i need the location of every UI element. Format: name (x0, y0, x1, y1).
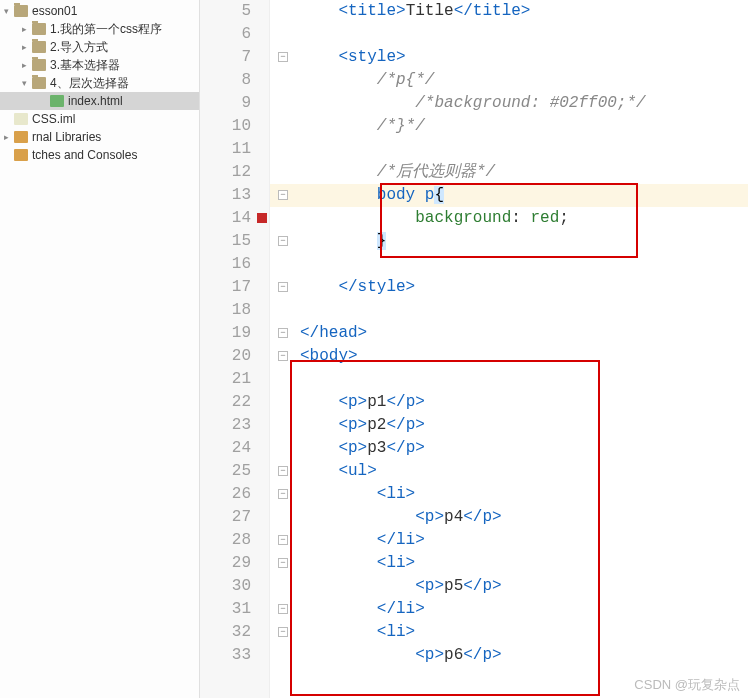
line-number[interactable]: 22 (200, 391, 251, 414)
code-line-8[interactable]: /*p{*/ (270, 69, 748, 92)
line-number[interactable]: 32 (200, 621, 251, 644)
folder-icon (32, 77, 46, 89)
line-number[interactable]: 33 (200, 644, 251, 667)
line-number[interactable]: 7 (200, 46, 251, 69)
line-number[interactable]: 8 (200, 69, 251, 92)
line-number[interactable]: 24 (200, 437, 251, 460)
line-number[interactable]: 25 (200, 460, 251, 483)
code-editor[interactable]: 5678910111213141516171819202122232425262… (200, 0, 748, 698)
fold-icon[interactable]: − (278, 489, 288, 499)
tree-item-3[interactable]: ▸3.基本选择器 (0, 56, 199, 74)
code-line-29[interactable]: − <li> (270, 552, 748, 575)
code-line-26[interactable]: − <li> (270, 483, 748, 506)
code-line-9[interactable]: /*background: #02ff00;*/ (270, 92, 748, 115)
code-area[interactable]: <title>Title</title> − <style> /*p{*/ /*… (270, 0, 748, 698)
code-line-15[interactable]: − } (270, 230, 748, 253)
code-line-23[interactable]: <p>p2</p> (270, 414, 748, 437)
fold-icon[interactable]: − (278, 558, 288, 568)
line-number[interactable]: 13 (200, 184, 251, 207)
tree-item-8[interactable]: tches and Consoles (0, 146, 199, 164)
line-number[interactable]: 26 (200, 483, 251, 506)
fold-icon[interactable]: − (278, 236, 288, 246)
tree-arrow-icon[interactable]: ▾ (22, 78, 32, 88)
fold-icon[interactable]: − (278, 282, 288, 292)
code-line-13[interactable]: − body p{ (270, 184, 748, 207)
fold-icon[interactable]: − (278, 627, 288, 637)
fold-icon[interactable]: − (278, 535, 288, 545)
tree-item-0[interactable]: ▾esson01 (0, 2, 199, 20)
fold-icon[interactable]: − (278, 52, 288, 62)
tree-arrow-icon[interactable]: ▸ (22, 42, 32, 52)
code-line-19[interactable]: −</head> (270, 322, 748, 345)
tree-item-5[interactable]: index.html (0, 92, 199, 110)
code-line-12[interactable]: /*后代选则器*/ (270, 161, 748, 184)
tree-item-4[interactable]: ▾4、层次选择器 (0, 74, 199, 92)
code-line-25[interactable]: − <ul> (270, 460, 748, 483)
code-line-11[interactable] (270, 138, 748, 161)
folder-icon (14, 5, 28, 17)
line-number[interactable]: 21 (200, 368, 251, 391)
tree-item-label: tches and Consoles (32, 148, 137, 162)
tree-item-label: index.html (68, 94, 123, 108)
code-line-10[interactable]: /*}*/ (270, 115, 748, 138)
folder-icon (32, 41, 46, 53)
tree-arrow-icon[interactable]: ▸ (22, 60, 32, 70)
line-number[interactable]: 28 (200, 529, 251, 552)
code-line-30[interactable]: <p>p5</p> (270, 575, 748, 598)
code-line-22[interactable]: <p>p1</p> (270, 391, 748, 414)
fold-icon[interactable]: − (278, 466, 288, 476)
line-number[interactable]: 31 (200, 598, 251, 621)
line-number[interactable]: 14 (200, 207, 251, 230)
line-number[interactable]: 27 (200, 506, 251, 529)
code-line-16[interactable] (270, 253, 748, 276)
line-number[interactable]: 10 (200, 115, 251, 138)
line-number[interactable]: 11 (200, 138, 251, 161)
code-line-14[interactable]: background: red; (270, 207, 748, 230)
line-number[interactable]: 15 (200, 230, 251, 253)
folder-icon (32, 23, 46, 35)
code-line-33[interactable]: <p>p6</p> (270, 644, 748, 667)
line-number[interactable]: 29 (200, 552, 251, 575)
tree-item-label: 2.导入方式 (50, 39, 108, 56)
project-tree[interactable]: ▾esson01▸1.我的第一个css程序▸2.导入方式▸3.基本选择器▾4、层… (0, 0, 200, 698)
tree-arrow-icon[interactable]: ▸ (4, 132, 14, 142)
code-line-6[interactable] (270, 23, 748, 46)
tree-item-7[interactable]: ▸rnal Libraries (0, 128, 199, 146)
tree-item-label: rnal Libraries (32, 130, 101, 144)
line-number[interactable]: 19 (200, 322, 251, 345)
breakpoint-icon[interactable] (257, 213, 267, 223)
fold-icon[interactable]: − (278, 604, 288, 614)
line-number[interactable]: 17 (200, 276, 251, 299)
line-number[interactable]: 30 (200, 575, 251, 598)
code-line-28[interactable]: − </li> (270, 529, 748, 552)
code-line-5[interactable]: <title>Title</title> (270, 0, 748, 23)
code-line-31[interactable]: − </li> (270, 598, 748, 621)
fold-icon[interactable]: − (278, 328, 288, 338)
line-number[interactable]: 20 (200, 345, 251, 368)
line-number[interactable]: 9 (200, 92, 251, 115)
line-number[interactable]: 16 (200, 253, 251, 276)
code-line-32[interactable]: − <li> (270, 621, 748, 644)
code-line-20[interactable]: −<body> (270, 345, 748, 368)
code-line-21[interactable] (270, 368, 748, 391)
code-line-24[interactable]: <p>p3</p> (270, 437, 748, 460)
line-number[interactable]: 12 (200, 161, 251, 184)
code-line-17[interactable]: − </style> (270, 276, 748, 299)
line-number[interactable]: 6 (200, 23, 251, 46)
fold-icon[interactable]: − (278, 351, 288, 361)
tree-item-2[interactable]: ▸2.导入方式 (0, 38, 199, 56)
watermark: CSDN @玩复杂点 (634, 676, 740, 694)
line-number[interactable]: 23 (200, 414, 251, 437)
fold-icon[interactable]: − (278, 190, 288, 200)
line-number[interactable]: 5 (200, 0, 251, 23)
code-line-18[interactable] (270, 299, 748, 322)
tree-item-6[interactable]: CSS.iml (0, 110, 199, 128)
code-line-27[interactable]: <p>p4</p> (270, 506, 748, 529)
tree-item-1[interactable]: ▸1.我的第一个css程序 (0, 20, 199, 38)
code-line-7[interactable]: − <style> (270, 46, 748, 69)
tree-item-label: esson01 (32, 4, 77, 18)
tree-arrow-icon[interactable]: ▾ (4, 6, 14, 16)
html-file-icon (50, 95, 64, 107)
line-number[interactable]: 18 (200, 299, 251, 322)
tree-arrow-icon[interactable]: ▸ (22, 24, 32, 34)
